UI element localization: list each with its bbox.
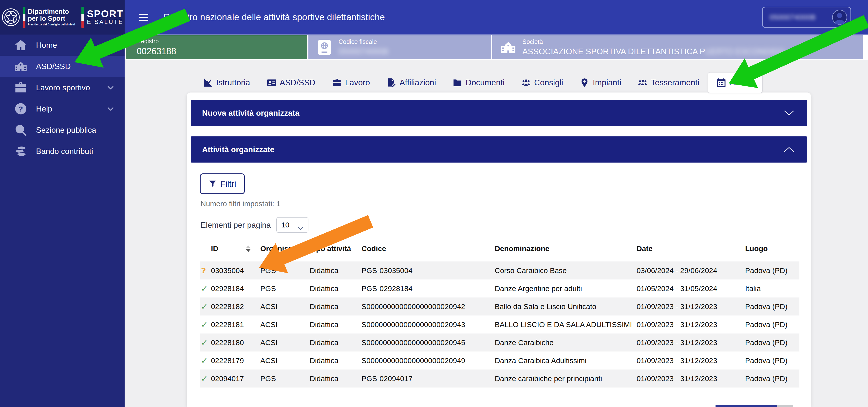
hamburger-menu-icon[interactable] — [139, 12, 148, 23]
tab-label: Lavoro — [345, 78, 370, 87]
filtri-button[interactable]: Filtri — [200, 174, 245, 194]
users-icon — [638, 78, 647, 87]
cell-luogo: Padova (PD) — [745, 338, 799, 347]
horizontal-scrollbar[interactable] — [715, 405, 793, 407]
per-page-select[interactable]: 10 — [276, 217, 308, 233]
cell-id: 02228179 — [211, 356, 260, 365]
cell-date: 01/09/2023 - 31/12/2023 — [637, 338, 745, 347]
cell-codice: S000000000000000000020945 — [362, 338, 495, 347]
building-icon — [501, 38, 516, 57]
cell-organismo: PGS — [260, 374, 310, 383]
filtri-button-label: Filtri — [220, 179, 236, 189]
tab-consigli[interactable]: Consigli — [513, 72, 571, 93]
status-question-icon: ? — [200, 265, 206, 275]
cell-id: 02228182 — [211, 303, 260, 311]
entity-info-cards: Registro 00263188 Codice fiscale 0500074… — [125, 34, 868, 60]
tab-label: Tesseramenti — [651, 78, 699, 87]
sidebar-item-help[interactable]: ?Help — [0, 98, 125, 119]
cell-id: 02228181 — [211, 320, 260, 329]
calendar-icon — [716, 78, 726, 87]
codice-fiscale-card: Codice fiscale 05000740008 — [308, 35, 491, 59]
passport-icon — [317, 38, 332, 57]
tab-affiliazioni[interactable]: Affiliazioni — [378, 72, 444, 93]
page-title: Registro nazionale delle attività sporti… — [163, 12, 385, 23]
cell-codice: PGS-02928184 — [362, 284, 495, 293]
cell-date: 01/09/2023 - 31/12/2023 — [637, 320, 745, 329]
column-header: Tipo attività — [310, 245, 362, 253]
sidebar-item-label: Help — [36, 104, 52, 114]
user-account-button[interactable]: 0500074000B — [762, 7, 851, 28]
tab-lavoro[interactable]: Lavoro — [324, 72, 378, 93]
cell-tipo-attivita: Didattica — [310, 374, 362, 383]
cell-denominazione: Danze Argentine per adulti — [495, 284, 637, 293]
tab-istruttoria[interactable]: Istruttoria — [195, 72, 258, 93]
cell-tipo-attivita: Didattica — [310, 303, 362, 311]
cell-date: 01/05/2024 - 31/05/2024 — [637, 284, 745, 293]
cell-denominazione: BALLO LISCIO E DA SALA ADULTISSIMI — [495, 320, 637, 329]
tab-tesseramenti[interactable]: Tesseramenti — [630, 72, 708, 93]
content-panel: Nuova attività organizzata Attività orga… — [187, 93, 811, 407]
dept-logo-line1: Dipartimento — [28, 8, 75, 15]
registro-card: Registro 00263188 — [126, 35, 307, 59]
accordion-attivita-organizzate[interactable]: Attività organizzate — [191, 136, 807, 162]
sort-desc-icon — [246, 249, 250, 252]
tab-attivita[interactable]: Attività — [708, 72, 763, 93]
table-row[interactable]: ?03035004PGSDidatticaPGS-03035004Corso C… — [200, 261, 799, 279]
tab-asd-ssd[interactable]: ASD/SSD — [258, 72, 324, 93]
tab-label: Attività — [729, 78, 754, 87]
cell-luogo: Padova (PD) — [745, 303, 799, 311]
sidebar-item-label: Bando contributi — [36, 147, 93, 156]
chevron-down-icon — [106, 83, 115, 92]
tab-documenti[interactable]: Documenti — [444, 72, 513, 93]
sort-icons[interactable] — [246, 245, 250, 252]
column-header: Date — [637, 245, 745, 253]
cell-luogo: Padova (PD) — [745, 320, 799, 329]
user-avatar-icon — [832, 9, 847, 25]
per-page-control: Elementi per pagina 10 — [200, 217, 308, 233]
status-check-icon: ✓ — [200, 338, 208, 347]
cell-luogo: Italia — [745, 284, 799, 293]
cell-denominazione: Danze Caraibiche — [495, 338, 637, 347]
societa-card: Società ASSOCIAZIONE SPORTIVA DILETTANTI… — [492, 35, 863, 59]
status-check-icon: ✓ — [200, 320, 208, 329]
sidebar-item-label: Home — [36, 41, 57, 50]
idcard-icon — [267, 78, 276, 87]
tab-impianti[interactable]: Impianti — [571, 72, 630, 93]
sidebar-item-lavoro-sportivo[interactable]: Lavoro sportivo — [0, 77, 125, 98]
table-row[interactable]: ✓02228180ACSIDidatticaS00000000000000000… — [200, 334, 799, 351]
codice-fiscale-label: Codice fiscale — [339, 38, 389, 45]
cell-tipo-attivita: Didattica — [310, 267, 362, 275]
cell-date: 01/09/2023 - 31/12/2023 — [637, 356, 745, 365]
table-row[interactable]: ✓02228179ACSIDidatticaS00000000000000000… — [200, 351, 799, 370]
table-row[interactable]: ✓02928184PGSDidatticaPGS-02928184Danze A… — [200, 279, 799, 298]
table-row[interactable]: ✓02228182ACSIDidatticaS00000000000000000… — [200, 298, 799, 315]
sport-e-salute-logo: SPORT E SALUTE — [82, 7, 123, 28]
sidebar-item-label: ASD/SSD — [36, 62, 70, 71]
societa-name-visible: ASSOCIAZIONE SPORTIVA DILETTANTISTICA P — [522, 47, 705, 56]
cell-organismo: PGS — [260, 284, 310, 293]
sidebar-item-bando-contributi[interactable]: Bando contributi — [0, 140, 125, 162]
accordion-title: Nuova attività organizzata — [202, 108, 300, 118]
sidebar-nav: HomeASD/SSDLavoro sportivo?HelpSezione p… — [0, 34, 125, 162]
cell-denominazione: Danza Caraibica Adultissimi — [495, 356, 637, 365]
status-check-icon: ✓ — [200, 356, 208, 365]
filter-count-text: Numero filtri impostati: 1 — [200, 199, 280, 208]
cell-tipo-attivita: Didattica — [310, 338, 362, 347]
cell-id: 02094017 — [211, 374, 260, 383]
sidebar-item-home[interactable]: Home — [0, 34, 125, 56]
svg-text:?: ? — [19, 105, 23, 113]
filesig-icon — [386, 78, 396, 87]
sidebar-item-sezione-pubblica[interactable]: Sezione pubblica — [0, 119, 125, 140]
cell-codice: PGS-02094017 — [362, 374, 495, 383]
chartline-icon — [203, 78, 213, 87]
cell-luogo: Padova (PD) — [745, 267, 799, 275]
table-row[interactable]: ✓02094017PGSDidatticaPGS-02094017Danze c… — [200, 370, 799, 387]
column-header-id[interactable]: ID — [211, 245, 260, 253]
status-check-icon: ✓ — [200, 374, 208, 383]
tab-label: Impianti — [593, 78, 621, 87]
cell-organismo: ACSI — [260, 356, 310, 365]
accordion-nuova-attivita[interactable]: Nuova attività organizzata — [191, 100, 807, 126]
table-row[interactable]: ✓02228181ACSIDidatticaS00000000000000000… — [200, 315, 799, 334]
chevron-down-icon — [106, 104, 115, 113]
sidebar-item-asd-ssd[interactable]: ASD/SSD — [0, 56, 125, 77]
